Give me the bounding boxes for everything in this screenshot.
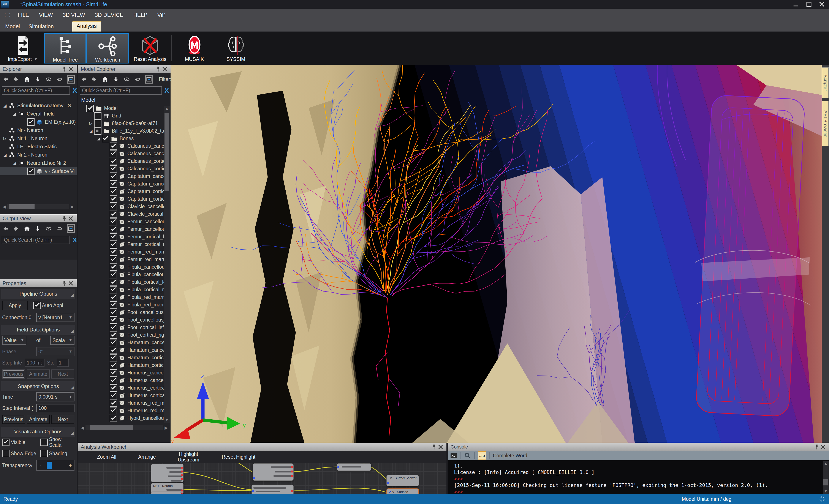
tree-item-femur-cancellou[interactable]: Femur_cancellou bbox=[78, 218, 171, 225]
search-input[interactable] bbox=[80, 86, 162, 95]
tree-item-fibula-cancellou[interactable]: Fibula_cancellou bbox=[78, 271, 171, 278]
search-input[interactable] bbox=[2, 86, 70, 95]
item-checkbox[interactable] bbox=[110, 331, 117, 339]
tab-model[interactable]: Model bbox=[2, 22, 23, 32]
tree-item-humerus-cancell[interactable]: Humerus_cancell bbox=[78, 369, 171, 376]
back-icon[interactable] bbox=[2, 76, 9, 83]
tree-item-fibula-red-marr[interactable]: Fibula_red_marr bbox=[78, 293, 171, 301]
visibility-icon[interactable] bbox=[45, 225, 52, 232]
tree-item-capitatum-cortic[interactable]: Capitatum_cortic bbox=[78, 195, 171, 203]
item-checkbox[interactable] bbox=[86, 105, 94, 112]
imp-export-button[interactable]: Imp/Export▼ bbox=[3, 33, 42, 64]
item-checkbox[interactable] bbox=[110, 195, 117, 203]
graph-node[interactable] bbox=[337, 463, 371, 471]
scroll-right-icon[interactable]: ▶ bbox=[163, 425, 169, 430]
tree-item-clavicle-cancello[interactable]: Clavicle_cancello bbox=[78, 203, 171, 210]
complete-word-icon[interactable]: a|b bbox=[478, 451, 486, 460]
panel-splitter[interactable] bbox=[446, 443, 448, 494]
musaik-button[interactable]: MUSAIK bbox=[177, 33, 212, 64]
steps-input[interactable] bbox=[57, 359, 69, 367]
step-interval-input[interactable] bbox=[25, 359, 44, 367]
tree-item-fibula-cortical-ri[interactable]: Fibula_cortical_ri bbox=[78, 286, 171, 293]
item-checkbox[interactable] bbox=[110, 415, 117, 422]
tree-item-femur-red-marr[interactable]: Femur_red_marr bbox=[78, 256, 171, 263]
expander-open-icon[interactable]: ◢ bbox=[2, 103, 8, 108]
tree-item-humerus-cortica[interactable]: Humerus_cortica bbox=[78, 384, 171, 392]
console-scrollbar[interactable]: ▲ ▼ bbox=[823, 461, 829, 494]
shading-checkbox[interactable] bbox=[40, 450, 48, 457]
tree-item-overall-field[interactable]: ◢Overall Field bbox=[0, 110, 77, 118]
graph-node-surface-viewer[interactable]: v - Surface Viewer bbox=[387, 475, 419, 486]
item-checkbox[interactable] bbox=[110, 347, 117, 354]
graph-node[interactable] bbox=[253, 463, 294, 481]
time-select[interactable]: 0.0091 s▼ bbox=[36, 392, 74, 401]
tree-item-fibula-cancellou[interactable]: Fibula_cancellou bbox=[78, 263, 171, 271]
close-icon[interactable] bbox=[820, 444, 826, 450]
scroll-left-icon[interactable]: ◀ bbox=[79, 425, 85, 430]
tab-scripter[interactable]: Scripter bbox=[822, 67, 829, 98]
download-icon[interactable] bbox=[35, 225, 41, 232]
close-icon[interactable] bbox=[817, 1, 827, 8]
tree-item-femur-cortical-l[interactable]: Femur_cortical_l bbox=[78, 233, 171, 241]
item-checkbox[interactable] bbox=[110, 211, 117, 218]
item-checkbox[interactable] bbox=[102, 135, 109, 142]
graph-node[interactable] bbox=[252, 484, 294, 494]
pipeline-options-header[interactable]: Pipeline Options◢ bbox=[1, 289, 75, 299]
back-icon[interactable] bbox=[2, 225, 9, 232]
show-scale-checkbox[interactable] bbox=[40, 439, 48, 446]
visible-checkbox[interactable] bbox=[2, 439, 9, 446]
console-output[interactable]: 1).License : [Info] Acquired [ CMODEL_BI… bbox=[448, 460, 829, 494]
snapshot-options-header[interactable]: Snapshot Options◢ bbox=[1, 381, 75, 391]
transparency-slider[interactable]: - + bbox=[36, 460, 74, 471]
dock-view-icon[interactable] bbox=[67, 75, 75, 83]
expander-open-icon[interactable]: ◢ bbox=[2, 152, 8, 157]
snapshot-interval-input[interactable] bbox=[36, 404, 74, 412]
tree-item-foot-cancellous-[interactable]: Foot_cancellous_ bbox=[78, 309, 171, 316]
item-checkbox[interactable] bbox=[110, 407, 117, 415]
dock-view-icon[interactable] bbox=[67, 224, 75, 233]
item-checkbox[interactable] bbox=[94, 120, 102, 127]
scalar-select[interactable]: Scala▼ bbox=[50, 336, 74, 345]
tree-item-nr-2-neuron[interactable]: ◢Nr 2 - Neuron bbox=[0, 151, 77, 159]
download-icon[interactable] bbox=[113, 76, 119, 83]
item-checkbox[interactable] bbox=[110, 203, 117, 210]
item-checkbox[interactable] bbox=[110, 286, 117, 293]
pin-icon[interactable] bbox=[814, 444, 820, 450]
tree-item-calcaneus-cortic[interactable]: Calcaneus_cortic bbox=[78, 157, 171, 165]
item-checkbox[interactable] bbox=[110, 362, 117, 369]
slider-plus-button[interactable]: + bbox=[67, 463, 74, 468]
terminal-icon[interactable] bbox=[450, 452, 458, 459]
tree-item-8fac-6be5-ba0d-af71[interactable]: ▷8fac-6be5-ba0d-af71 bbox=[78, 120, 171, 127]
scroll-left-icon[interactable]: ◀ bbox=[1, 204, 7, 209]
model-tree-button[interactable]: Model Tree bbox=[44, 33, 86, 64]
tree-item-hamatum-cance[interactable]: Hamatum_cance bbox=[78, 346, 171, 354]
tree-item-capitatum-cance[interactable]: Capitatum_cance bbox=[78, 173, 171, 180]
tree-item-fibula-red-marr[interactable]: Fibula_red_marr bbox=[78, 301, 171, 309]
reset-analysis-button[interactable]: Reset Analysis bbox=[132, 33, 168, 64]
forward-icon[interactable] bbox=[91, 76, 98, 83]
item-checkbox[interactable] bbox=[27, 168, 35, 175]
item-checkbox[interactable] bbox=[110, 256, 117, 263]
vertical-scrollbar[interactable]: ▲ ▼ bbox=[164, 106, 170, 423]
tree-item-femur-red-marr[interactable]: Femur_red_marr bbox=[78, 248, 171, 256]
value-select[interactable]: Value▼ bbox=[2, 336, 26, 345]
close-icon[interactable] bbox=[68, 215, 74, 222]
slider-thumb[interactable] bbox=[47, 462, 52, 469]
item-checkbox[interactable] bbox=[110, 150, 117, 157]
menu-vip[interactable]: ViP bbox=[155, 12, 168, 18]
item-checkbox[interactable] bbox=[110, 263, 117, 271]
pin-icon[interactable] bbox=[431, 444, 437, 450]
apply-button[interactable]: Apply bbox=[2, 300, 28, 310]
syssim-button[interactable]: SYSSIM bbox=[218, 33, 254, 64]
tree-item-stimulatorinanatomy-s[interactable]: ◢StimulatorInAnatomy - S bbox=[0, 102, 77, 110]
dock-view-icon[interactable] bbox=[145, 75, 153, 83]
previous-button[interactable]: Previous bbox=[2, 415, 25, 424]
dropdown-arrow-icon[interactable]: ▼ bbox=[34, 57, 38, 62]
workbench-button[interactable]: Workbench bbox=[86, 33, 129, 64]
previous-button[interactable]: Previous bbox=[2, 369, 25, 379]
clear-search-button[interactable]: X bbox=[73, 236, 77, 244]
tree-item-calcaneus-cortic[interactable]: Calcaneus_cortic bbox=[78, 165, 171, 173]
tree-item-hamatum-cortic[interactable]: Hamatum_cortic bbox=[78, 354, 171, 361]
tree-item-humerus-cancell[interactable]: Humerus_cancell bbox=[78, 376, 171, 384]
close-icon[interactable] bbox=[161, 66, 168, 72]
